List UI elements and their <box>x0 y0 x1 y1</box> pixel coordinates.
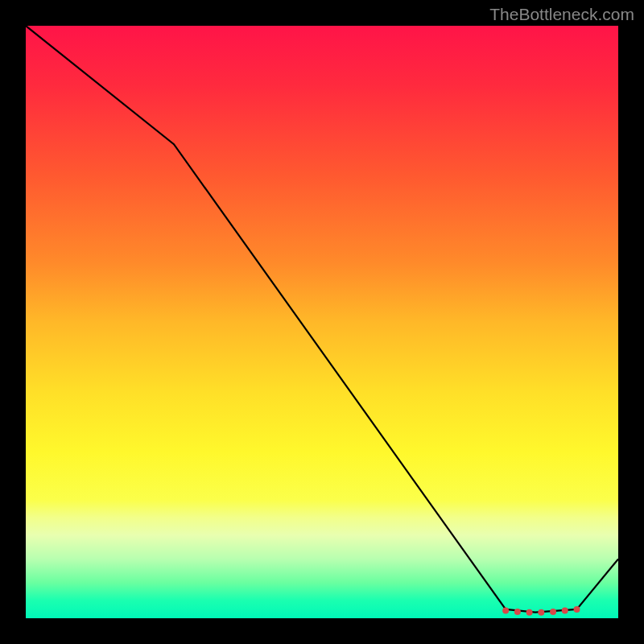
data-marker <box>573 606 580 613</box>
chart-plot-area <box>26 26 618 618</box>
data-marker <box>514 609 521 615</box>
data-marker <box>562 607 568 613</box>
data-marker <box>538 609 544 616</box>
attribution-text: TheBottleneck.com <box>489 5 634 24</box>
chart-svg <box>26 26 618 618</box>
line-series <box>26 26 618 613</box>
data-marker <box>550 609 556 615</box>
data-marker <box>526 609 533 616</box>
data-marker <box>502 607 509 613</box>
